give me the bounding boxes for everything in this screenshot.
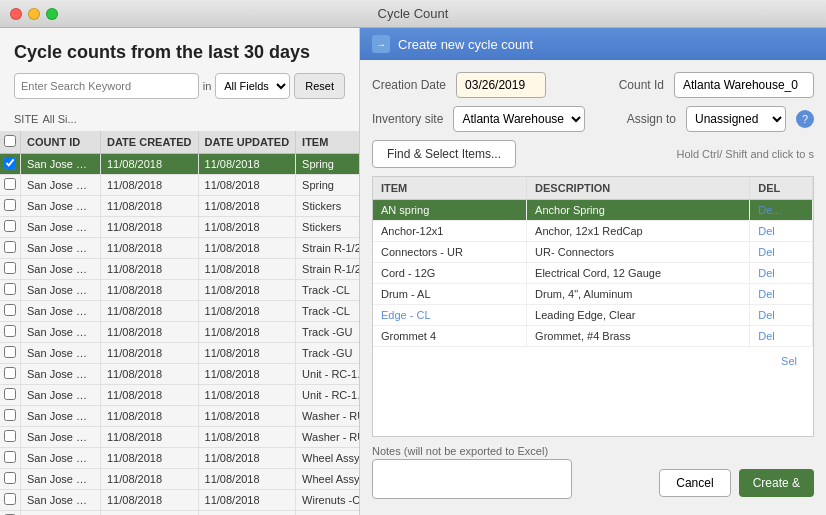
- row-checkbox-cell[interactable]: [0, 511, 21, 516]
- list-item[interactable]: Drum - AL Drum, 4", Aluminum Del: [373, 284, 813, 305]
- count-id-cell: San Jose Wa...: [21, 175, 101, 196]
- reset-button[interactable]: Reset: [294, 73, 345, 99]
- minimize-button[interactable]: [28, 8, 40, 20]
- date-created-cell: 11/08/2018: [101, 238, 199, 259]
- delete-cell[interactable]: De...: [750, 200, 813, 221]
- cancel-button[interactable]: Cancel: [659, 469, 730, 497]
- row-checkbox-cell[interactable]: [0, 175, 21, 196]
- list-item[interactable]: AN spring Anchor Spring De...: [373, 200, 813, 221]
- row-checkbox-cell[interactable]: [0, 343, 21, 364]
- in-label: in: [203, 80, 212, 92]
- table-row[interactable]: San Jose Wa... 11/08/2018 11/08/2018 Tra…: [0, 322, 359, 343]
- table-row[interactable]: San Jose Wa... 11/08/2018 11/08/2018 Sti…: [0, 196, 359, 217]
- table-row[interactable]: San Jose Wa... 11/08/2018 11/08/2018 Was…: [0, 406, 359, 427]
- delete-cell[interactable]: Del: [750, 284, 813, 305]
- select-all-checkbox[interactable]: [4, 135, 16, 147]
- row-checkbox-cell[interactable]: [0, 238, 21, 259]
- delete-cell[interactable]: Del: [750, 326, 813, 347]
- count-id-cell: San Jose Wa...: [21, 343, 101, 364]
- item-name-cell: Cord - 12G: [373, 263, 527, 284]
- table-row[interactable]: San Jose Wa... 11/08/2018 11/08/2018 Sti…: [0, 217, 359, 238]
- delete-cell[interactable]: Del: [750, 242, 813, 263]
- description-cell: Electrical Cord, 12 Gauge: [527, 263, 750, 284]
- date-created-cell: 11/08/2018: [101, 406, 199, 427]
- row-checkbox-cell[interactable]: [0, 280, 21, 301]
- date-updated-cell: 11/08/2018: [198, 280, 296, 301]
- row-checkbox-cell[interactable]: [0, 469, 21, 490]
- count-id-cell: San Jose Wa...: [21, 448, 101, 469]
- item-cell: Wirenuts -OR: [296, 490, 359, 511]
- table-row[interactable]: San Jose Wa... 11/08/2018 11/08/2018 Tra…: [0, 301, 359, 322]
- count-id-cell: San Jose Wa...: [21, 469, 101, 490]
- row-checkbox-cell[interactable]: [0, 385, 21, 406]
- date-updated-cell: 11/08/2018: [198, 364, 296, 385]
- row-checkbox-cell[interactable]: [0, 217, 21, 238]
- site-row: SITE All Si...: [0, 113, 359, 131]
- row-checkbox-cell[interactable]: [0, 427, 21, 448]
- row-checkbox-cell[interactable]: [0, 301, 21, 322]
- count-id-cell: San Jose Wa...: [21, 322, 101, 343]
- close-button[interactable]: [10, 8, 22, 20]
- list-item[interactable]: Grommet 4 Grommet, #4 Brass Del: [373, 326, 813, 347]
- list-item[interactable]: Connectors - UR UR- Connectors Del: [373, 242, 813, 263]
- list-item[interactable]: Cord - 12G Electrical Cord, 12 Gauge Del: [373, 263, 813, 284]
- table-row[interactable]: San Jose Wa... 11/08/2018 11/08/2018 Wir…: [0, 511, 359, 516]
- creation-date-input[interactable]: [456, 72, 546, 98]
- count-id-cell: San Jose Wa...: [21, 259, 101, 280]
- assign-to-select[interactable]: Unassigned: [686, 106, 786, 132]
- table-row[interactable]: San Jose Wa... 11/08/2018 11/08/2018 Wir…: [0, 490, 359, 511]
- item-cell: Strain R-1/2: [296, 259, 359, 280]
- select-link[interactable]: Sel: [773, 351, 805, 371]
- table-row[interactable]: San Jose Wa... 11/08/2018 11/08/2018 Uni…: [0, 364, 359, 385]
- table-row[interactable]: San Jose Wa... 11/08/2018 11/08/2018 Str…: [0, 259, 359, 280]
- date-updated-cell: 11/08/2018: [198, 196, 296, 217]
- checkbox-col-header: [0, 131, 21, 154]
- find-select-items-button[interactable]: Find & Select Items...: [372, 140, 516, 168]
- create-button[interactable]: Create &: [739, 469, 814, 497]
- creation-date-label: Creation Date: [372, 78, 446, 92]
- count-id-input[interactable]: [674, 72, 814, 98]
- delete-cell[interactable]: Del: [750, 305, 813, 326]
- item-name-cell: Anchor-12x1: [373, 221, 527, 242]
- table-row[interactable]: San Jose Wa... 11/08/2018 11/08/2018 Was…: [0, 427, 359, 448]
- table-row[interactable]: San Jose Wa... 11/08/2018 11/08/2018 Spr…: [0, 175, 359, 196]
- item-cell: Unit - RC-1/2...: [296, 364, 359, 385]
- modal-icon: →: [372, 35, 390, 53]
- row-checkbox-cell[interactable]: [0, 490, 21, 511]
- table-row[interactable]: San Jose Wa... 11/08/2018 11/08/2018 Spr…: [0, 154, 359, 175]
- table-row[interactable]: San Jose Wa... 11/08/2018 11/08/2018 Uni…: [0, 385, 359, 406]
- row-checkbox-cell[interactable]: [0, 448, 21, 469]
- row-checkbox-cell[interactable]: [0, 406, 21, 427]
- date-updated-cell: 11/08/2018: [198, 469, 296, 490]
- notes-textarea[interactable]: [372, 459, 572, 499]
- row-checkbox-cell[interactable]: [0, 364, 21, 385]
- inventory-site-select[interactable]: Atlanta Warehouse: [453, 106, 585, 132]
- row-checkbox-cell[interactable]: [0, 259, 21, 280]
- table-row[interactable]: San Jose Wa... 11/08/2018 11/08/2018 Whe…: [0, 448, 359, 469]
- description-cell: UR- Connectors: [527, 242, 750, 263]
- form-row-2: Inventory site Atlanta Warehouse Assign …: [372, 106, 814, 132]
- delete-cell[interactable]: Del: [750, 263, 813, 284]
- delete-cell[interactable]: Del: [750, 221, 813, 242]
- date-created-cell: 11/08/2018: [101, 259, 199, 280]
- icon-arrow: →: [376, 39, 386, 50]
- list-item[interactable]: Edge - CL Leading Edge, Clear Del: [373, 305, 813, 326]
- row-checkbox-cell[interactable]: [0, 322, 21, 343]
- row-checkbox-cell[interactable]: [0, 196, 21, 217]
- list-item[interactable]: Anchor-12x1 Anchor, 12x1 RedCap Del: [373, 221, 813, 242]
- table-row[interactable]: San Jose Wa... 11/08/2018 11/08/2018 Str…: [0, 238, 359, 259]
- item-name-cell: Edge - CL: [373, 305, 527, 326]
- row-checkbox-cell[interactable]: [0, 154, 21, 175]
- date-updated-cell: 11/08/2018: [198, 154, 296, 175]
- search-input[interactable]: [14, 73, 199, 99]
- field-select[interactable]: All Fields: [215, 73, 290, 99]
- page-title: Cycle counts from the last 30 days: [14, 42, 345, 63]
- modal-header: → Create new cycle count: [360, 28, 826, 60]
- table-row[interactable]: San Jose Wa... 11/08/2018 11/08/2018 Tra…: [0, 280, 359, 301]
- help-button[interactable]: ?: [796, 110, 814, 128]
- date-updated-cell: 11/08/2018: [198, 259, 296, 280]
- table-row[interactable]: San Jose Wa... 11/08/2018 11/08/2018 Tra…: [0, 343, 359, 364]
- table-row[interactable]: San Jose Wa... 11/08/2018 11/08/2018 Whe…: [0, 469, 359, 490]
- form-row-3: Find & Select Items... Hold Ctrl/ Shift …: [372, 140, 814, 168]
- maximize-button[interactable]: [46, 8, 58, 20]
